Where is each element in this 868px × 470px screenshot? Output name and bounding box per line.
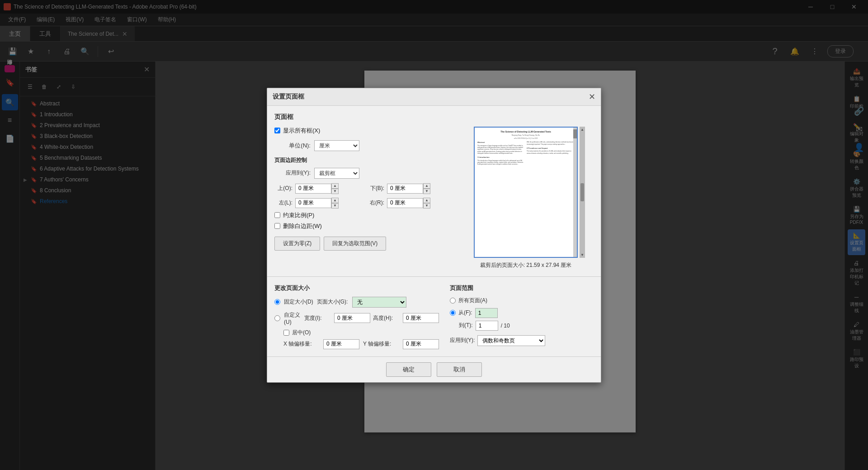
mini-doc-columns: Abstract The emergence of large language…	[477, 141, 574, 165]
cancel-button[interactable]: 取消	[437, 362, 482, 377]
preview-scroll-track: ▲ ▼	[580, 127, 585, 258]
apply-to2-row: 应用到(Y): 偶数和奇数页	[450, 335, 594, 346]
preview-scrollbar	[573, 128, 577, 257]
confirm-button[interactable]: 确定	[386, 362, 431, 377]
mini-intro-text: The introduction of large language model…	[477, 160, 525, 166]
preview-container: The Science of Detecting LLM-Generated T…	[474, 127, 578, 258]
margin-control-section: 页面边距控制 应用到(Y): 裁剪框 上(O):	[274, 157, 451, 251]
fixed-size-row: 固定大小(D) 页面大小(G): 无	[274, 297, 439, 308]
remove-white-checkbox[interactable]	[274, 223, 280, 229]
mini-document: The Science of Detecting LLM-Generated T…	[475, 128, 577, 257]
page-size-select[interactable]: 无	[352, 297, 406, 308]
bottom-label: 下(B):	[366, 185, 384, 192]
from-input[interactable]	[475, 308, 498, 318]
top-spinner-down[interactable]: ▼	[331, 189, 339, 194]
fixed-size-label[interactable]: 固定大小(D)	[284, 298, 313, 306]
center-row: 居中(O)	[283, 329, 439, 337]
revert-button[interactable]: 回复为选取范围(V)	[324, 237, 386, 251]
left-margin-row: 左(L): ▲ ▼	[274, 198, 359, 209]
top-input[interactable]	[295, 184, 331, 194]
margin-control-title: 页面边距控制	[274, 157, 451, 164]
show-all-row: 显示所有框(X)	[274, 127, 451, 135]
total-pages: / 10	[501, 323, 510, 329]
dialog-body-top: 页面框 显示所有框(X) 单位(N): 厘米	[267, 106, 601, 276]
bottom-spinner-up[interactable]: ▲	[423, 183, 430, 189]
all-pages-radio[interactable]	[450, 298, 456, 304]
change-size-section: 更改页面大小 固定大小(D) 页面大小(G): 无	[274, 284, 439, 349]
height-input[interactable]	[403, 313, 439, 323]
width-input[interactable]	[334, 313, 370, 323]
to-row: 到(T): / 10	[459, 321, 594, 331]
left-input[interactable]	[295, 198, 331, 208]
center-checkbox[interactable]	[283, 330, 289, 336]
dialog-title: 设置页面框	[273, 93, 304, 101]
constrain-row: 约束比例(P)	[274, 211, 451, 219]
page-range-title: 页面范围	[450, 284, 594, 292]
show-all-label[interactable]: 显示所有框(X)	[283, 127, 320, 135]
preview-scrollbar-thumb	[573, 129, 577, 138]
mini-col-left: Abstract The emergence of large language…	[477, 141, 525, 165]
left-input-wrap: ▲ ▼	[295, 198, 339, 209]
page-range-section: 页面范围 所有页面(A) 从(F): 到(T): / 10	[450, 284, 594, 349]
page-size-label: 页面大小(G):	[317, 298, 349, 306]
all-pages-row: 所有页面(A)	[450, 297, 594, 304]
y-offset-label: Y 轴偏移量:	[363, 340, 399, 348]
left-spinner-down[interactable]: ▼	[331, 203, 339, 209]
bottom-columns: 更改页面大小 固定大小(D) 页面大小(G): 无	[274, 284, 594, 349]
apply-to2-label: 应用到(Y):	[450, 337, 475, 344]
margin-grid: 上(O): ▲ ▼ 下(B):	[274, 183, 451, 209]
apply-to-label: 应用到(Y):	[274, 169, 311, 177]
to-label: 到(T):	[459, 322, 473, 329]
dialog-titlebar: 设置页面框 ✕	[267, 88, 601, 106]
left-spinner-up[interactable]: ▲	[331, 198, 339, 203]
dialog-bottom: 更改页面大小 固定大小(D) 页面大小(G): 无	[267, 276, 601, 356]
from-radio[interactable]	[450, 310, 456, 316]
mini-abstract-title: Abstract	[477, 141, 525, 144]
right-spinner-down[interactable]: ▼	[423, 203, 430, 209]
show-all-checkbox[interactable]	[274, 128, 280, 133]
x-offset-input[interactable]	[323, 339, 359, 349]
center-offset-section: 居中(O) X 轴偏移量: Y 轴偏移量:	[283, 329, 439, 349]
custom-dims-row: 宽度(I): 高度(H):	[304, 313, 439, 323]
scroll-down-btn[interactable]: ▼	[580, 253, 584, 257]
preview-size-text: 裁剪后的页面大小: 21.59 x 27.94 厘米	[480, 261, 572, 269]
to-input[interactable]	[476, 321, 498, 331]
constrain-checkbox[interactable]	[274, 212, 280, 218]
apply-to-select[interactable]: 裁剪框	[314, 168, 359, 179]
apply-to2-select[interactable]: 偶数和奇数页	[477, 335, 545, 346]
remove-white-label[interactable]: 删除白边距(W)	[283, 222, 322, 230]
fixed-size-radio[interactable]	[274, 299, 280, 305]
x-offset-label: X 轴偏移量:	[283, 340, 320, 348]
bottom-spinner-down[interactable]: ▼	[423, 189, 430, 194]
change-size-title: 更改页面大小	[274, 284, 439, 292]
x-offset-row: X 轴偏移量: Y 轴偏移量:	[283, 339, 439, 349]
bottom-input[interactable]	[387, 184, 423, 194]
mini-intro-title: 1 Introduction	[477, 156, 525, 159]
mini-doc-authors: Ruiyang Tang, Yu-Neng Chuang, Xia Hu	[477, 134, 574, 137]
right-spinner-up[interactable]: ▲	[423, 198, 430, 203]
custom-size-row: 自定义(U) 宽度(I): 高度(H):	[274, 311, 439, 325]
constrain-label[interactable]: 约束比例(P)	[283, 211, 314, 219]
custom-size-label[interactable]: 自定义(U)	[284, 311, 301, 325]
unit-select[interactable]: 厘米	[314, 140, 359, 151]
mini-abstract-text: The emergence of large language models s…	[477, 145, 525, 154]
right-margin-row: 右(R): ▲ ▼	[366, 198, 451, 209]
mini-section2-title: 2 Prevalence and Impact	[527, 147, 574, 150]
center-label[interactable]: 居中(O)	[292, 329, 311, 337]
from-row: 从(F):	[450, 308, 594, 318]
set-zero-button[interactable]: 设置为零(Z)	[274, 237, 320, 251]
mini-section2-text: The study examines the prevalence of LLM…	[527, 150, 574, 154]
bottom-spinner: ▲ ▼	[423, 183, 430, 194]
mini-doc-title: The Science of Detecting LLM-Generated T…	[477, 130, 574, 133]
scroll-up-btn[interactable]: ▲	[580, 128, 584, 132]
y-offset-input[interactable]	[403, 339, 439, 349]
modal-backdrop: 设置页面框 ✕ 页面框 显示所有框(X) 单位(N):	[0, 0, 868, 470]
from-label[interactable]: 从(F):	[458, 309, 472, 317]
confirm-row: 确定 取消	[267, 356, 601, 382]
right-input[interactable]	[387, 198, 423, 208]
top-spinner-up[interactable]: ▲	[331, 183, 339, 189]
dialog-close-button[interactable]: ✕	[589, 92, 595, 102]
all-pages-label[interactable]: 所有页面(A)	[458, 297, 487, 304]
custom-size-radio[interactable]	[274, 315, 280, 321]
bottom-margin-row: 下(B): ▲ ▼	[366, 183, 451, 194]
